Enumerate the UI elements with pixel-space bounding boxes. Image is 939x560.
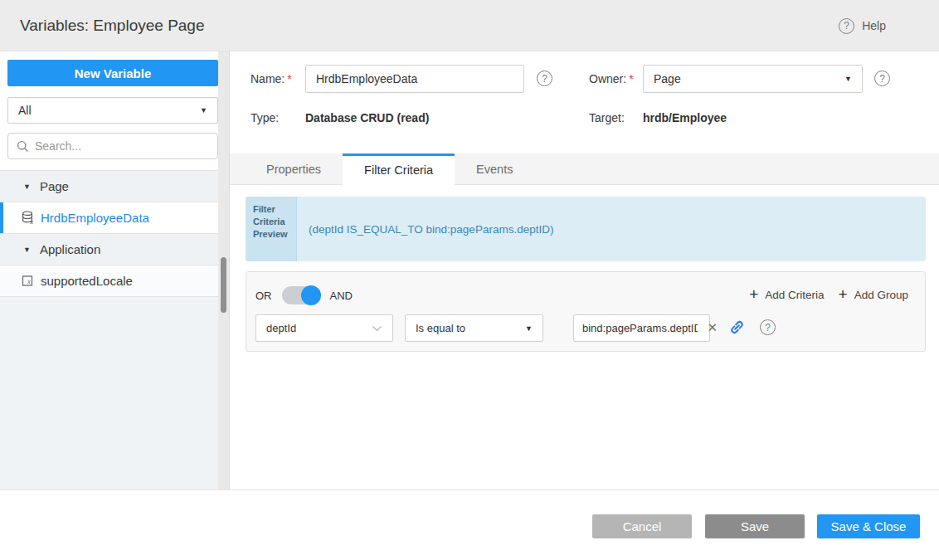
owner-select[interactable]: Page ▼	[643, 65, 863, 93]
criteria-help-icon[interactable]: ?	[760, 319, 776, 335]
name-help-icon[interactable]: ?	[537, 71, 552, 86]
search-input[interactable]	[35, 139, 209, 153]
add-group-button[interactable]: + Add Group	[839, 286, 908, 303]
criteria-value-input[interactable]	[573, 314, 710, 342]
filter-preview-value: (deptId IS_EQUAL_TO bind:pageParams.dept…	[297, 197, 926, 261]
type-value: Database CRUD (read)	[305, 110, 429, 126]
criteria-actions: + Add Criteria + Add Group	[749, 286, 908, 303]
or-and-toggle[interactable]	[282, 286, 320, 304]
owner-value: Page	[654, 72, 681, 85]
required-marker: *	[287, 72, 291, 85]
tree-group-application[interactable]: ▼ Application	[0, 233, 218, 265]
help-icon[interactable]: ?	[839, 18, 854, 34]
add-criteria-button[interactable]: + Add Criteria	[749, 286, 824, 303]
criteria-operator-select-wrap: Is equal to ▼	[405, 314, 543, 342]
or-label: OR	[255, 290, 272, 302]
database-variable-icon	[22, 211, 34, 225]
save-and-close-button[interactable]: Save & Close	[817, 514, 920, 538]
variable-detail-panel: Name:* ? Owner:* Page ▼ ? Type: Database…	[230, 51, 939, 490]
tree-group-label: Application	[40, 242, 100, 256]
variable-tree: ▼ Page HrdbEmployeeData ▼ Application	[0, 170, 218, 296]
caret-down-icon[interactable]: ▼	[23, 183, 31, 191]
required-marker: *	[629, 72, 633, 85]
detail-tabbar: Properties Filter Criteria Events	[230, 153, 939, 185]
dialog-header: Variables: Employee Page ? Help	[0, 0, 939, 51]
tab-events[interactable]: Events	[455, 153, 534, 184]
criteria-panel: OR AND + Add Criteria + Add Group dept	[246, 271, 926, 352]
page-title: Variables: Employee Page	[20, 0, 205, 51]
help-label: Help	[862, 19, 886, 32]
footer-divider	[0, 489, 939, 490]
model-variable-icon: x	[22, 275, 34, 287]
filter-criteria-preview: Filter Criteria Preview (deptId IS_EQUAL…	[246, 197, 926, 261]
toggle-knob	[301, 285, 321, 305]
chevron-down-icon: ▼	[200, 106, 207, 114]
tree-item-label: supportedLocale	[41, 274, 133, 288]
variable-filter-value: All	[18, 104, 32, 117]
criteria-field-select-wrap: deptId	[255, 314, 393, 342]
new-variable-button[interactable]: New Variable	[7, 60, 218, 86]
variable-filter-dropdown[interactable]: All ▼	[7, 97, 218, 124]
sidebar-scrollbar-thumb[interactable]	[221, 257, 226, 313]
sidebar-scrollbar[interactable]	[218, 51, 229, 490]
tree-group-page[interactable]: ▼ Page	[0, 170, 218, 202]
search-icon	[17, 140, 29, 153]
clear-value-icon[interactable]: ✕	[707, 321, 718, 334]
owner-label: Owner:*	[589, 65, 634, 93]
tree-empty-area	[0, 296, 218, 490]
chevron-down-icon: ▼	[525, 324, 533, 333]
criteria-value-wrap: ✕	[573, 314, 710, 342]
target-value: hrdb/Employee	[643, 110, 727, 126]
variables-dialog: Variables: Employee Page ? Help New Vari…	[0, 0, 939, 560]
plus-icon: +	[839, 286, 848, 303]
bind-link-icon[interactable]	[728, 319, 746, 339]
chevron-down-icon: ▼	[844, 75, 852, 83]
filter-preview-label: Filter Criteria Preview	[246, 197, 297, 261]
type-label: Type:	[251, 110, 279, 126]
criteria-field-select[interactable]: deptId	[255, 314, 393, 342]
variable-search	[7, 133, 218, 159]
tree-item-hrdbemployeedata[interactable]: HrdbEmployeeData	[0, 202, 218, 233]
variables-sidebar: New Variable All ▼ ▼ Page	[0, 51, 230, 490]
target-label: Target:	[589, 110, 625, 126]
tree-group-label: Page	[40, 179, 69, 193]
caret-down-icon[interactable]: ▼	[23, 246, 31, 254]
logic-toggle-row: OR AND	[255, 286, 353, 304]
tree-item-label: HrdbEmployeeData	[41, 211, 149, 225]
help-button[interactable]: ? Help	[839, 0, 886, 51]
plus-icon: +	[749, 286, 758, 303]
chevron-down-icon	[372, 325, 382, 332]
svg-text:x: x	[27, 278, 31, 285]
and-label: AND	[330, 290, 353, 302]
cancel-button[interactable]: Cancel	[592, 514, 692, 538]
tab-filter-criteria[interactable]: Filter Criteria	[343, 153, 455, 186]
tab-properties[interactable]: Properties	[245, 153, 343, 184]
owner-help-icon[interactable]: ?	[874, 71, 890, 86]
name-label: Name:*	[251, 65, 292, 93]
criteria-operator-select[interactable]: Is equal to ▼	[405, 314, 543, 342]
tree-item-supportedlocale[interactable]: x supportedLocale	[0, 265, 218, 296]
save-button[interactable]: Save	[705, 514, 805, 538]
name-input[interactable]	[305, 65, 524, 93]
